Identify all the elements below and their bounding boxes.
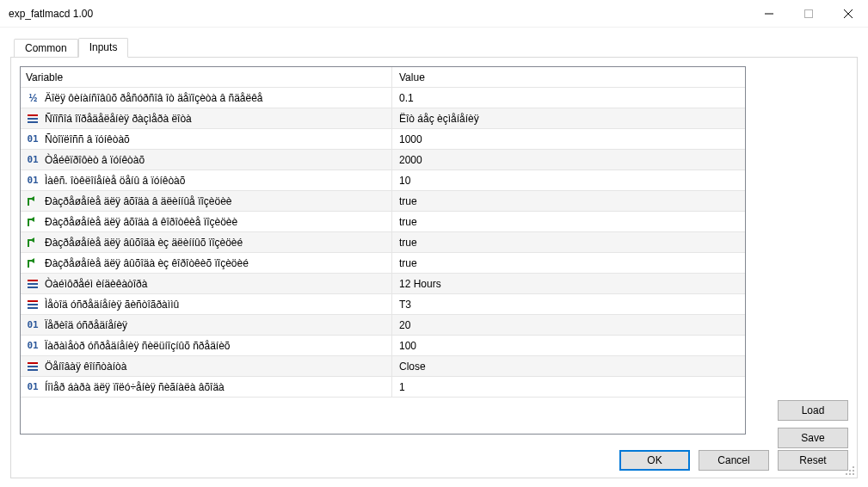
- int-icon: 01: [26, 133, 40, 146]
- table-row[interactable]: Ðàçðåøåíèå äëÿ âûõîäà èç êîðîòêèõ ïîçèöè…: [21, 253, 745, 274]
- table-row[interactable]: Ìåòîä óñðåäíåíèÿ ãèñòîãðàììûT3: [21, 294, 745, 315]
- column-header-variable[interactable]: Variable: [21, 67, 392, 87]
- svg-rect-1: [805, 9, 813, 17]
- cell-variable: 01Ïåðèîä óñðåäíåíèÿ: [21, 315, 392, 335]
- cell-variable: 01Ïàðàìåòð óñðåäíåíèÿ ñèëüíîçíûõ ñðåäíèõ: [21, 336, 392, 355]
- fraction-icon: ½: [26, 91, 40, 105]
- cell-variable: Ðàçðåøåíèå äëÿ âõîäà â äëèííûå ïîçèöèè: [21, 191, 392, 211]
- cell-value[interactable]: 20: [392, 315, 745, 335]
- cell-variable: Ðàçðåøåíèå äëÿ âûõîäà èç äëèííûõ ïîçèöèé: [21, 232, 392, 252]
- variable-label: Äîëÿ ôèíàíñîâûõ ðåñóðñîâ îò äåïîçèòà â ñ…: [45, 92, 263, 104]
- resize-grip[interactable]: [845, 465, 855, 476]
- dialog-buttons: OK Cancel Reset: [619, 450, 848, 471]
- load-button[interactable]: Load: [778, 400, 848, 421]
- table-row[interactable]: Ñïîñîá îïðåäåëåíèÿ ðàçìåðà ëîòàËîò áåç è…: [21, 108, 745, 129]
- enum-icon: [26, 298, 40, 311]
- cell-value[interactable]: true: [392, 212, 745, 231]
- table-row[interactable]: Öåíîâàÿ êîíñòàíòàClose: [21, 356, 745, 377]
- window-title: exp_fatlmacd 1.00: [9, 8, 749, 20]
- table-row[interactable]: 01Ïåðèîä óñðåäíåíèÿ20: [21, 315, 745, 336]
- cell-value[interactable]: 0.1: [392, 88, 745, 108]
- table-row[interactable]: 01Ìàêñ. îòêëîíåíèå öåíû â ïóíêòàõ10: [21, 170, 745, 191]
- cell-variable: 01Ñòîïëîññ â ïóíêòàõ: [21, 129, 392, 149]
- tab-inputs[interactable]: Inputs: [78, 38, 129, 58]
- table-body: ½Äîëÿ ôèíàíñîâûõ ðåñóðñîâ îò äåïîçèòà â …: [21, 88, 745, 398]
- table-row[interactable]: Òàéìôðåéì èíäèêàòîðà12 Hours: [21, 274, 745, 294]
- table-row[interactable]: Ðàçðåøåíèå äëÿ âûõîäà èç äëèííûõ ïîçèöèé…: [21, 232, 745, 253]
- svg-point-21: [853, 466, 854, 468]
- cell-value[interactable]: Close: [392, 356, 745, 376]
- cell-value[interactable]: 10: [392, 170, 745, 190]
- enum-icon: [26, 360, 40, 373]
- cell-variable: ½Äîëÿ ôèíàíñîâûõ ðåñóðñîâ îò äåïîçèòà â …: [21, 88, 392, 108]
- side-buttons: Load Save: [778, 400, 848, 448]
- int-icon: 01: [26, 318, 40, 332]
- variable-label: Íîìåð áàðà äëÿ ïîëó÷åíèÿ ñèãíàëà âõîäà: [45, 381, 225, 393]
- variable-label: Ïåðèîä óñðåäíåíèÿ: [45, 319, 127, 331]
- bool-icon: [26, 194, 40, 208]
- cell-value[interactable]: 2000: [392, 150, 745, 170]
- table-row[interactable]: Ðàçðåøåíèå äëÿ âõîäà â äëèííûå ïîçèöèètr…: [21, 191, 745, 212]
- cell-variable: Ìåòîä óñðåäíåíèÿ ãèñòîãðàììû: [21, 294, 392, 314]
- cell-value[interactable]: T3: [392, 294, 745, 314]
- variable-label: Ìàêñ. îòêëîíåíèå öåíû â ïóíêòàõ: [45, 175, 185, 187]
- cell-value[interactable]: 1000: [392, 129, 745, 149]
- cell-value[interactable]: 1: [392, 377, 745, 397]
- table-row[interactable]: 01Ñòîïëîññ â ïóíêòàõ1000: [21, 129, 745, 150]
- cell-variable: Ðàçðåøåíèå äëÿ âûõîäà èç êîðîòêèõ ïîçèöè…: [21, 253, 392, 273]
- close-button[interactable]: [828, 0, 868, 28]
- variable-label: Ðàçðåøåíèå äëÿ âûõîäà èç äëèííûõ ïîçèöèé: [45, 237, 243, 249]
- tabstrip: Common Inputs: [14, 36, 858, 57]
- variable-label: Òàéìôðåéì èíäèêàòîðà: [45, 278, 147, 290]
- reset-button[interactable]: Reset: [778, 450, 848, 471]
- enum-icon: [26, 112, 40, 126]
- cell-value[interactable]: 12 Hours: [392, 274, 745, 293]
- bool-icon: [26, 215, 40, 229]
- tab-common[interactable]: Common: [14, 39, 78, 58]
- bool-icon: [26, 256, 40, 270]
- inputs-table[interactable]: Variable Value ½Äîëÿ ôèíàíñîâûõ ðåñóðñîâ…: [20, 66, 746, 435]
- cell-variable: Öåíîâàÿ êîíñòàíòà: [21, 356, 392, 376]
- maximize-button[interactable]: [789, 0, 828, 28]
- cancel-button[interactable]: Cancel: [699, 450, 769, 471]
- variable-label: Òåéêïðîôèò â ïóíêòàõ: [45, 154, 145, 166]
- cell-value[interactable]: true: [392, 191, 745, 211]
- variable-label: Ñòîïëîññ â ïóíêòàõ: [45, 133, 130, 145]
- int-icon: 01: [26, 153, 40, 167]
- table-row[interactable]: Ðàçðåøåíèå äëÿ âõîäà â êîðîòêèå ïîçèöèèt…: [21, 212, 745, 232]
- svg-point-16: [853, 473, 854, 475]
- int-icon: 01: [26, 339, 40, 353]
- table-row[interactable]: 01Íîìåð áàðà äëÿ ïîëó÷åíèÿ ñèãíàëà âõîäà…: [21, 377, 745, 398]
- ok-button[interactable]: OK: [619, 450, 690, 471]
- variable-label: Ñïîñîá îïðåäåëåíèÿ ðàçìåðà ëîòà: [45, 113, 192, 125]
- cell-value[interactable]: Ëîò áåç èçìåíåíèÿ: [392, 108, 745, 128]
- column-header-value[interactable]: Value: [392, 67, 745, 87]
- cell-value[interactable]: 100: [392, 336, 745, 355]
- bool-icon: [26, 236, 40, 250]
- svg-point-18: [853, 470, 854, 472]
- cell-variable: 01Òåéêïðîôèò â ïóíêòàõ: [21, 150, 392, 170]
- svg-point-20: [849, 470, 851, 472]
- cell-variable: Ñïîñîá îïðåäåëåíèÿ ðàçìåðà ëîòà: [21, 108, 392, 128]
- variable-label: Ìåòîä óñðåäíåíèÿ ãèñòîãðàììû: [45, 299, 179, 311]
- variable-label: Ðàçðåøåíèå äëÿ âûõîäà èç êîðîòêèõ ïîçèöè…: [45, 257, 249, 269]
- svg-point-17: [849, 473, 851, 475]
- table-row[interactable]: 01Òåéêïðîôèò â ïóíêòàõ2000: [21, 150, 745, 170]
- cell-variable: 01Ìàêñ. îòêëîíåíèå öåíû â ïóíêòàõ: [21, 170, 392, 190]
- save-button[interactable]: Save: [778, 428, 848, 448]
- int-icon: 01: [26, 380, 40, 394]
- variable-label: Öåíîâàÿ êîíñòàíòà: [45, 361, 126, 373]
- cell-value[interactable]: true: [392, 253, 745, 273]
- minimize-button[interactable]: [749, 0, 789, 28]
- cell-variable: Òàéìôðåéì èíäèêàòîðà: [21, 274, 392, 293]
- table-row[interactable]: ½Äîëÿ ôèíàíñîâûõ ðåñóðñîâ îò äåïîçèòà â …: [21, 88, 745, 108]
- cell-value[interactable]: true: [392, 232, 745, 252]
- variable-label: Ïàðàìåòð óñðåäíåíèÿ ñèëüíîçíûõ ñðåäíèõ: [45, 340, 231, 352]
- client-area: Common Inputs Variable Value ½Äîëÿ ôèíàí…: [0, 28, 868, 487]
- svg-point-19: [846, 473, 847, 475]
- tab-panel: Variable Value ½Äîëÿ ôèíàíñîâûõ ðåñóðñîâ…: [10, 57, 858, 478]
- table-header-row: Variable Value: [21, 67, 745, 88]
- table-row[interactable]: 01Ïàðàìåòð óñðåäíåíèÿ ñèëüíîçíûõ ñðåäíèõ…: [21, 336, 745, 356]
- variable-label: Ðàçðåøåíèå äëÿ âõîäà â êîðîòêèå ïîçèöèè: [45, 216, 237, 228]
- int-icon: 01: [26, 174, 40, 188]
